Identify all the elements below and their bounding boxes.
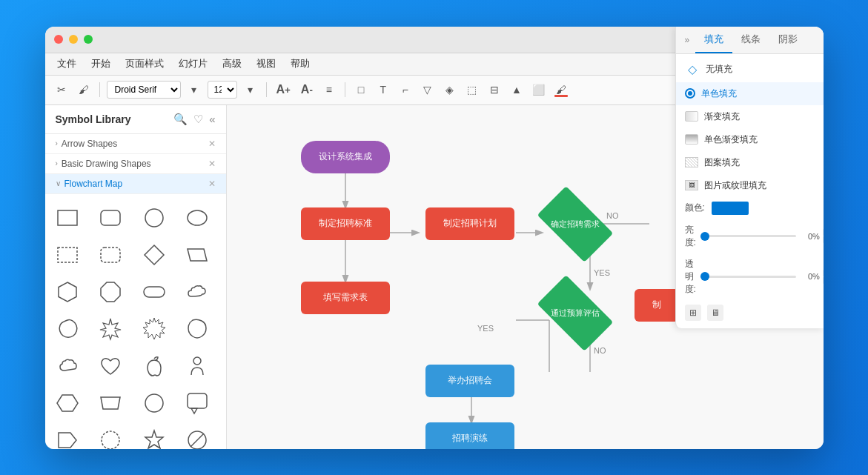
svg-rect-10	[144, 287, 165, 297]
shape-cloud2[interactable]	[51, 350, 84, 382]
table-icon[interactable]: ⬚	[463, 81, 481, 99]
shape-starburst[interactable]	[94, 313, 127, 345]
transparency-down[interactable]: ▼	[823, 277, 824, 284]
shape-star[interactable]	[138, 424, 170, 449]
library-item-arrow-shapes[interactable]: › Arrow Shapes ✕	[45, 134, 226, 154]
increase-font-icon[interactable]: A+	[274, 81, 294, 99]
shape-rect-rounded-dashed[interactable]	[94, 239, 127, 271]
font-dropdown-icon[interactable]: ▾	[185, 81, 203, 99]
close-basic-icon[interactable]: ✕	[208, 159, 216, 169]
shape-circle3[interactable]	[94, 424, 127, 449]
shape-stadium[interactable]	[138, 276, 170, 308]
node-recruitment-need[interactable]: 确定招聘需求	[534, 200, 616, 249]
shape-tag[interactable]	[51, 424, 84, 449]
layer-icon[interactable]: ◈	[441, 81, 459, 99]
text-icon[interactable]: T	[374, 81, 392, 99]
node-budget-eval[interactable]: 通过预算评估	[534, 289, 616, 338]
collapse-panel-icon[interactable]: «	[209, 113, 215, 126]
frame-icon[interactable]: ⬜	[530, 81, 548, 99]
node-recruitment-plan[interactable]: 制定招聘计划	[425, 207, 514, 240]
transparency-up[interactable]: ▲	[823, 270, 824, 276]
node-fill-form[interactable]: 填写需求表	[301, 282, 390, 314]
svg-marker-18	[191, 408, 197, 413]
node-label-form: 填写需求表	[323, 291, 368, 304]
node-label-design: 设计系统集成	[319, 150, 372, 163]
fill-option-pattern[interactable]: 图案填充	[676, 151, 824, 174]
rect-shape-icon[interactable]: □	[352, 81, 370, 99]
menu-page-style[interactable]: 页面样式	[125, 57, 164, 70]
shape-spiky[interactable]	[138, 313, 170, 345]
shape-cloud[interactable]	[181, 276, 213, 308]
shape-heart[interactable]	[94, 350, 127, 382]
fill-option-single-gradient[interactable]: 单色渐变填充	[676, 128, 824, 151]
library-item-flowchart[interactable]: ∨ Flowchart Map ✕	[45, 174, 226, 194]
library-label-basic: Basic Drawing Shapes	[62, 159, 151, 169]
close-button[interactable]	[54, 35, 63, 44]
close-flowchart-icon[interactable]: ✕	[208, 179, 216, 189]
svg-point-13	[193, 357, 201, 365]
svg-line-23	[191, 434, 204, 447]
shape-octagon[interactable]	[94, 276, 127, 308]
triangle-icon[interactable]: ▲	[508, 81, 526, 99]
font-size-dropdown-icon[interactable]: ▾	[242, 81, 259, 99]
shape-circle2[interactable]	[138, 387, 170, 419]
menu-file[interactable]: 文件	[57, 57, 76, 70]
search-icon[interactable]: 🔍	[173, 113, 188, 126]
node-drill[interactable]: 招聘演练	[425, 422, 514, 449]
fill-color-icon[interactable]: 🖌	[552, 81, 570, 99]
node-recruitment-standard[interactable]: 制定招聘标准	[301, 207, 390, 240]
shape-diamond[interactable]	[138, 239, 170, 271]
menu-help[interactable]: 帮助	[291, 57, 310, 70]
single-gradient-icon	[685, 134, 698, 145]
shape-blob[interactable]	[51, 313, 84, 345]
svg-marker-8	[59, 282, 76, 302]
shape-hexagon2[interactable]	[51, 387, 84, 419]
font-family-select[interactable]: Droid Serif	[107, 81, 181, 99]
menu-slide[interactable]: 幻灯片	[179, 57, 208, 70]
shape-callout[interactable]	[181, 387, 213, 419]
fill-option-gradient[interactable]: 渐变填充	[676, 105, 824, 128]
shape-person[interactable]	[181, 350, 213, 382]
shape-circle-rounded2[interactable]	[181, 202, 213, 234]
shape-slash[interactable]	[181, 424, 213, 449]
shape-trapezoid[interactable]	[94, 387, 127, 419]
align-icon[interactable]: ≡	[320, 81, 338, 99]
svg-rect-0	[58, 210, 77, 225]
shape-rect-plain[interactable]	[51, 202, 84, 234]
library-item-basic-drawing[interactable]: › Basic Drawing Shapes ✕	[45, 154, 226, 174]
brightness-down[interactable]: ▼	[823, 236, 824, 243]
menu-start[interactable]: 开始	[91, 57, 110, 70]
shape-apple[interactable]	[138, 350, 170, 382]
shape-irregular[interactable]	[181, 313, 213, 345]
menu-view[interactable]: 视图	[256, 57, 276, 70]
fill-option-image[interactable]: 🖼 图片或纹理填充	[676, 174, 824, 197]
node-design-system[interactable]: 设计系统集成	[301, 141, 390, 173]
node-label-partial: 制	[652, 299, 661, 311]
brightness-slider[interactable]	[700, 235, 796, 237]
extra-icon-1[interactable]: ⊞	[685, 305, 701, 321]
shape-hexagon[interactable]	[51, 276, 84, 308]
extra-icon-2[interactable]: 🖥	[707, 305, 723, 321]
close-arrow-icon[interactable]: ✕	[208, 139, 216, 149]
arrow-icon[interactable]: ▽	[419, 81, 437, 99]
shape-rect-dashed[interactable]	[51, 239, 84, 271]
transparency-slider[interactable]	[700, 276, 796, 278]
brightness-up[interactable]: ▲	[823, 229, 824, 236]
favorite-icon[interactable]: ♡	[193, 113, 203, 126]
maximize-button[interactable]	[84, 35, 93, 44]
shape-parallelogram[interactable]	[181, 239, 213, 271]
node-job-fair[interactable]: 举办招聘会	[425, 365, 514, 397]
cut-icon[interactable]: ✂	[53, 81, 70, 99]
node-label-drill: 招聘演练	[452, 432, 488, 445]
minimize-button[interactable]	[69, 35, 78, 44]
paint-icon[interactable]: 🖌	[75, 81, 93, 99]
menu-advanced[interactable]: 高级	[222, 57, 242, 70]
align-left-icon[interactable]: ⊟	[486, 81, 503, 99]
color-swatch[interactable]	[712, 202, 749, 215]
decrease-font-icon[interactable]: A-	[298, 81, 316, 99]
shape-circle-plain[interactable]	[138, 202, 170, 234]
node-partial[interactable]: 制	[635, 289, 679, 322]
connector-icon[interactable]: ⌐	[397, 81, 414, 99]
font-size-select[interactable]: 12	[208, 81, 237, 99]
shape-rect-rounded[interactable]	[94, 202, 127, 234]
